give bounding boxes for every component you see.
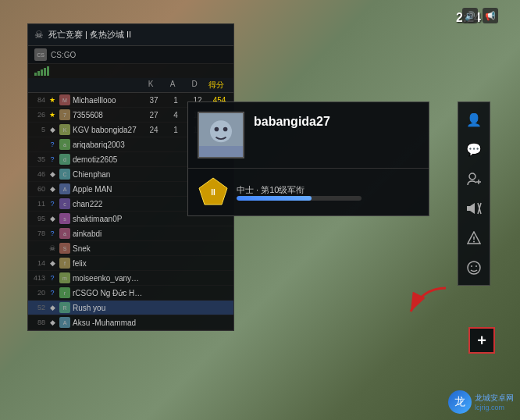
player-k: 27 (143, 111, 165, 119)
player-badge: ◆ (47, 317, 58, 328)
player-row[interactable]: ☠ S Snek (28, 241, 233, 256)
player-name: felix (73, 259, 143, 268)
watermark-brand: 龙城安卓网 (475, 393, 514, 404)
player-badge: ◆ (47, 258, 58, 269)
player-rank: 95 (31, 215, 45, 222)
audio-icon-2[interactable]: 📢 (483, 8, 498, 23)
svg-text:II: II (211, 188, 215, 197)
profile-avatar (198, 112, 244, 158)
watermark-site: lcjrig.com (475, 404, 514, 411)
player-avatar: R (59, 302, 70, 313)
col-a-header: A (162, 80, 183, 91)
player-name: demotiz2605 (73, 155, 143, 164)
svg-rect-10 (467, 206, 470, 211)
player-name: Aksu -Muhammad (73, 319, 143, 327)
player-a: 1 (165, 126, 187, 134)
player-avatar: 7 (59, 109, 70, 120)
player-rank: 84 (31, 96, 45, 104)
player-avatar: S (59, 243, 70, 254)
signal-bar-2 (37, 71, 40, 76)
player-row[interactable]: 413 ? m moiseenko_vanyusha (28, 271, 233, 286)
player-avatar: A (59, 317, 70, 328)
player-row[interactable]: 20 ? r rCSGO Ng Đức H*lx (28, 286, 233, 301)
player-row[interactable]: 78 ? a ainkabdi (28, 226, 233, 241)
player-avatar: A (59, 183, 70, 194)
player-row[interactable]: 52 ◆ R Rush you (28, 301, 233, 315)
scoreboard-header: ☠ 死亡竞赛 | 炙热沙城 II (28, 24, 233, 46)
player-row[interactable]: 88 ◆ A Aksu -Muhammad (28, 315, 233, 330)
arrow-indicator (391, 284, 454, 326)
player-name: Michaelllooo (73, 96, 143, 105)
rank-title: 中士 · 第10级军衔 (237, 184, 362, 196)
player-avatar: f (59, 258, 70, 269)
svg-point-7 (469, 173, 475, 180)
profile-rank-row: II 中士 · 第10级军衔 (188, 169, 429, 215)
right-sidebar: 👤 💬 (458, 101, 490, 286)
player-name: Snek (73, 244, 143, 253)
player-rank: 35 (31, 155, 45, 163)
player-avatar: r (59, 287, 70, 298)
player-avatar: d (59, 154, 70, 165)
svg-point-2 (215, 127, 219, 132)
player-badge: ? (47, 272, 58, 283)
player-avatar: K (59, 124, 70, 135)
player-name: ariqabariq2003 (73, 141, 143, 149)
player-name: ainkabdi (73, 230, 143, 238)
player-rank: 20 (31, 289, 45, 297)
chat-icon[interactable]: 💬 (465, 140, 483, 158)
player-name: rCSGO Ng Đức H*lx (73, 289, 143, 297)
player-badge: ? (47, 154, 58, 165)
add-friend-icon[interactable] (465, 169, 483, 188)
csgo-logo: CS (34, 48, 47, 61)
player-badge: ? (47, 198, 58, 209)
player-badge: ? (47, 228, 58, 239)
report-icon[interactable] (465, 229, 483, 247)
col-d-header: D (183, 80, 205, 91)
player-rank: 5 (31, 126, 45, 133)
player-badge: ◆ (47, 183, 58, 194)
watermark-logo: 龙 (448, 390, 472, 414)
player-row[interactable]: 14 ◆ f felix (28, 256, 233, 271)
player-name: KGV babongida27 (73, 126, 143, 134)
profile-username: babangida27 (254, 115, 330, 129)
signal-bar-5 (47, 66, 49, 76)
player-name: chan222 (73, 200, 143, 208)
column-headers: K A D 得分 (28, 78, 233, 93)
player-badge: ◆ (47, 213, 58, 224)
emoji-icon[interactable] (465, 258, 483, 277)
player-rank: 88 (31, 319, 45, 326)
player-badge: ◆ (47, 169, 58, 180)
player-rank: 52 (31, 304, 45, 311)
player-badge: ? (47, 287, 58, 298)
player-badge: ★ (47, 109, 58, 120)
profile-popup: babangida27 II 中士 · 第10级军衔 (187, 101, 429, 216)
player-rank: 26 (31, 111, 45, 119)
player-avatar: s (59, 213, 70, 224)
col-score-header: 得分 (205, 80, 227, 91)
watermark: 龙 龙城安卓网 lcjrig.com (448, 390, 514, 414)
audio-controls: 🔊 📢 (462, 8, 498, 23)
game-mode-label: CS:GO (51, 51, 76, 59)
signal-bars (28, 64, 233, 78)
player-a: 4 (165, 111, 187, 119)
match-title: 死亡竞赛 | 炙热沙城 II (48, 29, 227, 41)
player-badge: ☠ (47, 243, 58, 254)
add-friend-button[interactable]: + (468, 327, 495, 354)
player-avatar: a (59, 139, 70, 150)
player-avatar: c (59, 198, 70, 209)
col-name-header (34, 80, 140, 91)
player-rank: 14 (31, 259, 45, 267)
col-k-header: K (140, 80, 162, 91)
profile-icon[interactable]: 👤 (465, 110, 483, 129)
player-avatar: m (59, 272, 70, 283)
player-name: Rush you (73, 304, 143, 312)
svg-point-18 (471, 265, 472, 267)
audio-icon-1[interactable]: 🔊 (462, 8, 478, 23)
rank-progress-bar (237, 196, 362, 201)
player-avatar: C (59, 169, 70, 180)
player-badge: ★ (47, 94, 58, 105)
player-rank: 11 (31, 200, 45, 208)
player-rank: 46 (31, 170, 45, 178)
mute-icon[interactable] (465, 199, 483, 218)
profile-info: babangida27 (254, 112, 330, 129)
